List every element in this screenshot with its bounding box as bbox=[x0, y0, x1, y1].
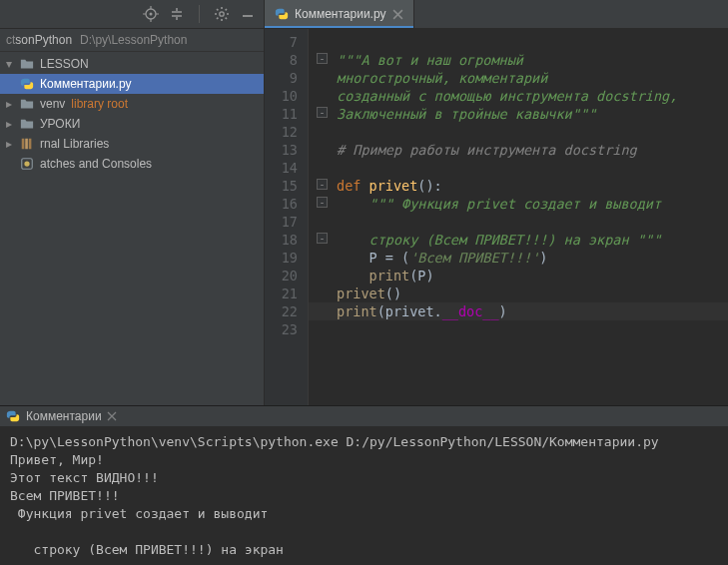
close-icon[interactable] bbox=[392, 9, 403, 20]
breadcrumb-project[interactable]: sonPython bbox=[15, 33, 72, 47]
fold-marker[interactable]: - bbox=[317, 233, 328, 244]
fold-marker[interactable]: - bbox=[317, 179, 328, 190]
svg-point-2 bbox=[220, 12, 224, 16]
code-line[interactable]: созданный с помощью инструмента docstrin… bbox=[309, 87, 728, 105]
fold-marker[interactable]: - bbox=[317, 53, 328, 64]
code-line[interactable]: многострочный, комментарий bbox=[309, 69, 728, 87]
tree-item[interactable]: ▸venv library root bbox=[0, 94, 264, 114]
code-line[interactable]: -"""А вот и наш огромный bbox=[309, 51, 728, 69]
code-line[interactable] bbox=[309, 213, 728, 231]
close-icon[interactable] bbox=[107, 411, 117, 421]
code-line[interactable] bbox=[309, 123, 728, 141]
gear-icon[interactable] bbox=[214, 6, 230, 22]
svg-point-1 bbox=[150, 13, 153, 16]
code-line[interactable]: print(privet.__doc__) bbox=[309, 302, 728, 320]
console-tab-label: Комментарии bbox=[26, 409, 102, 423]
breadcrumb: ct sonPython D:\py\LessonPython bbox=[0, 29, 264, 52]
code-line[interactable] bbox=[309, 33, 728, 51]
code-line[interactable]: P = ('Всем ПРИВЕТ!!!') bbox=[309, 249, 728, 267]
fold-marker[interactable]: - bbox=[317, 197, 328, 208]
tree-item[interactable]: ▸УРОКИ bbox=[0, 114, 264, 134]
breadcrumb-path: D:\py\LessonPython bbox=[80, 33, 187, 47]
console-tab[interactable]: Комментарии bbox=[26, 409, 117, 423]
editor-tab[interactable]: Комментарии.py bbox=[265, 0, 414, 28]
project-tree[interactable]: ▾LESSONКомментарии.py▸venv library root▸… bbox=[0, 52, 264, 176]
python-run-icon bbox=[6, 409, 20, 423]
editor-gutter: 7891011121314151617181920212223 bbox=[265, 29, 309, 405]
code-line[interactable]: privet() bbox=[309, 284, 728, 302]
tree-item[interactable]: ▸rnal Libraries bbox=[0, 134, 264, 154]
editor-code-area[interactable]: -"""А вот и наш огромныймногострочный, к… bbox=[309, 29, 728, 405]
collapse-icon[interactable] bbox=[169, 6, 185, 22]
code-editor[interactable]: 7891011121314151617181920212223 -"""А во… bbox=[265, 29, 728, 405]
code-line[interactable]: - строку (Всем ПРИВЕТ!!!) на экран """ bbox=[309, 231, 728, 249]
code-line[interactable] bbox=[309, 159, 728, 177]
python-file-icon bbox=[275, 7, 289, 21]
console-output[interactable]: D:\py\LessonPython\venv\Scripts\python.e… bbox=[0, 427, 728, 565]
code-line[interactable]: # Пример работы инструмента docstring bbox=[309, 141, 728, 159]
svg-rect-3 bbox=[22, 139, 25, 150]
code-line[interactable]: -def privet(): bbox=[309, 177, 728, 195]
code-line[interactable]: - """ Функция privet создает и выводит bbox=[309, 195, 728, 213]
svg-point-7 bbox=[24, 161, 29, 166]
minimize-icon[interactable] bbox=[240, 6, 256, 22]
tree-item[interactable]: ▾LESSON bbox=[0, 54, 264, 74]
tree-item[interactable]: atches and Consoles bbox=[0, 154, 264, 174]
svg-rect-4 bbox=[25, 139, 28, 150]
svg-rect-5 bbox=[29, 139, 32, 150]
target-icon[interactable] bbox=[143, 6, 159, 22]
code-line[interactable]: -Заключенный в тройные кавычки""" bbox=[309, 105, 728, 123]
code-line[interactable]: print(P) bbox=[309, 267, 728, 284]
tree-item[interactable]: Комментарии.py bbox=[0, 74, 264, 94]
fold-marker[interactable]: - bbox=[317, 107, 328, 118]
editor-tab-label: Комментарии.py bbox=[295, 7, 386, 21]
toolbar-divider bbox=[199, 5, 200, 23]
code-line[interactable] bbox=[309, 320, 728, 338]
